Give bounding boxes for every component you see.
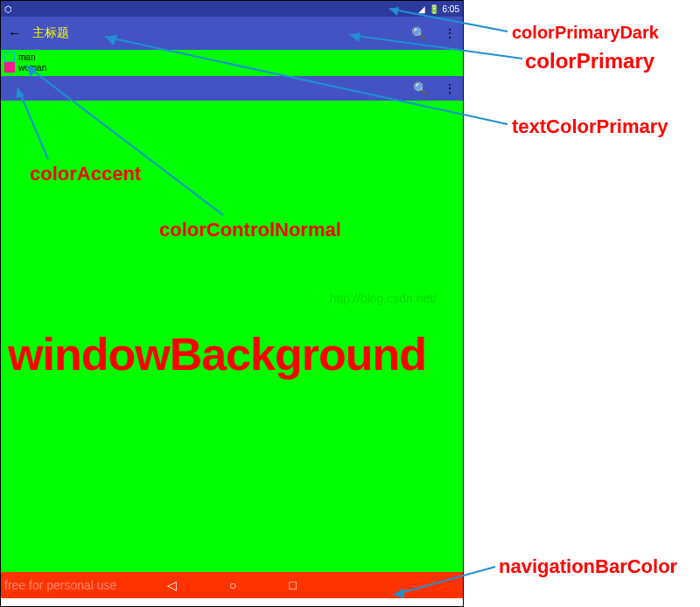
checkbox-row-man[interactable]: man: [4, 52, 459, 62]
clock: 6:05: [443, 4, 459, 14]
annotation-colorAccent: colorAccent: [30, 163, 141, 185]
search-icon[interactable]: 🔍: [411, 26, 426, 40]
secondary-toolbar: 🔍 ⋮: [1, 76, 463, 101]
annotation-colorPrimaryDark: colorPrimaryDark: [512, 23, 659, 43]
status-left-icon: ⬡: [4, 4, 12, 14]
back-icon[interactable]: ←: [8, 25, 22, 41]
nav-back-icon[interactable]: ◁: [167, 578, 177, 592]
search-icon[interactable]: 🔍: [413, 81, 428, 95]
page-title: 主标题: [32, 25, 394, 41]
checkbox-group: man woman: [1, 50, 463, 76]
checkbox-label: woman: [18, 63, 46, 73]
checkbox-label: man: [18, 52, 35, 62]
signal-icon: ◢: [418, 4, 425, 14]
annotation-textColorPrimary: textColorPrimary: [512, 115, 668, 138]
window-background-label: windowBackground: [8, 328, 426, 380]
battery-icon: 🔋: [429, 4, 439, 14]
annotation-colorPrimary: colorPrimary: [525, 49, 654, 73]
watermark-text: free for personal use: [4, 578, 116, 592]
checkbox-icon[interactable]: [4, 62, 15, 73]
status-right: ◢ 🔋 6:05: [418, 4, 459, 14]
nav-home-icon[interactable]: ○: [229, 578, 236, 592]
annotation-navigationBarColor: navigationBarColor: [499, 555, 677, 578]
checkbox-row-woman[interactable]: woman: [4, 62, 459, 73]
checkbox-icon[interactable]: [4, 52, 15, 62]
annotation-colorControlNormal: colorControlNormal: [159, 219, 341, 241]
nav-recent-icon[interactable]: □: [290, 578, 297, 592]
navigation-bar: free for personal use ◁ ○ □: [1, 572, 463, 598]
status-bar: ⬡ ◢ 🔋 6:05: [1, 1, 463, 17]
phone-frame: ⬡ ◢ 🔋 6:05 ← 主标题 🔍 ⋮ man woman 🔍 ⋮ http:…: [0, 0, 464, 607]
overflow-icon[interactable]: ⋮: [444, 81, 456, 95]
overflow-icon[interactable]: ⋮: [444, 26, 456, 40]
app-bar: ← 主标题 🔍 ⋮: [1, 17, 463, 50]
nav-buttons: ◁ ○ □: [167, 578, 297, 592]
watermark-url: http://blog.csdn.net/: [330, 291, 437, 305]
